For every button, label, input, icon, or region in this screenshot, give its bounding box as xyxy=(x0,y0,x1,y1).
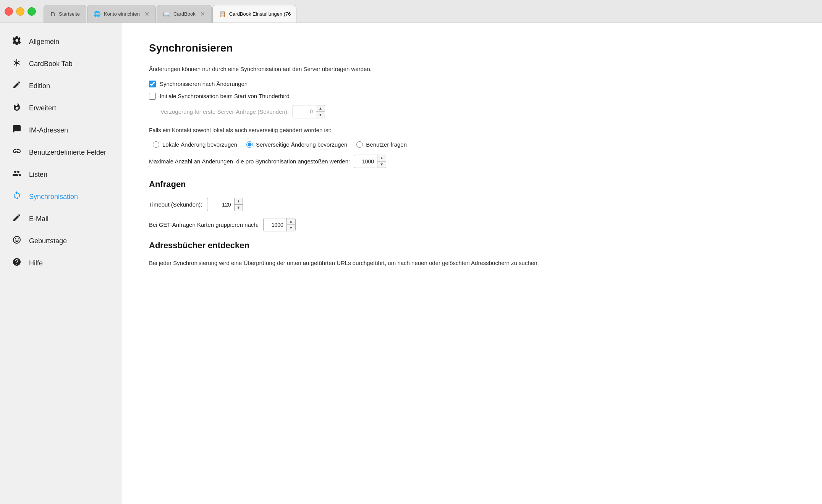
tab-bar: 🗋 Startseite 🌐 Konto einrichten ✕ 📖 Card… xyxy=(44,0,817,23)
get-group-increment[interactable]: ▲ xyxy=(287,218,295,225)
sidebar-item-label-erweitert: Erweitert xyxy=(29,104,56,112)
tab-icon-startseite: 🗋 xyxy=(50,11,56,17)
sidebar-item-label-cardbook-tab: CardBook Tab xyxy=(29,60,73,68)
sidebar-item-edition[interactable]: Edition xyxy=(0,75,122,97)
tab-icon-konto: 🌐 xyxy=(94,11,101,18)
radio-local[interactable]: Lokale Änderung bevorzugen xyxy=(153,141,237,148)
tab-icon-cardbook-settings: 📋 xyxy=(219,11,226,18)
sidebar: Allgemein CardBook Tab Edition Erweitert xyxy=(0,23,122,504)
minimize-button[interactable] xyxy=(16,7,24,16)
timeout-input[interactable] xyxy=(207,200,234,209)
delay-input-row: Verzögerung für erste Server-Anfrage (Se… xyxy=(160,105,795,118)
adressbucher-title: Adressbücher entdecken xyxy=(149,241,795,250)
max-changes-input[interactable] xyxy=(354,157,377,166)
delay-increment[interactable]: ▲ xyxy=(316,105,325,112)
sidebar-item-label-geburtstage: Geburtstage xyxy=(29,237,67,245)
max-changes-label: Maximale Anzahl an Änderungen, die pro S… xyxy=(149,158,350,165)
conflict-radio-group: Lokale Änderung bevorzugen Serverseitige… xyxy=(153,141,795,148)
radio-user-label: Benutzer fragen xyxy=(366,141,407,148)
sidebar-item-e-mail[interactable]: E-Mail xyxy=(0,208,122,230)
get-group-label: Bei GET-Anfragen Karten gruppieren nach: xyxy=(149,221,259,228)
delay-spinner-buttons: ▲ ▼ xyxy=(316,105,325,118)
gear-icon xyxy=(11,36,22,47)
sync-on-change-checkbox[interactable] xyxy=(149,81,156,87)
tab-cardbook[interactable]: 📖 CardBook ✕ xyxy=(157,5,212,23)
initial-sync-label: Initiale Synchronisation beim Start von … xyxy=(160,93,290,99)
radio-server[interactable]: Serverseitige Änderung bevorzugen xyxy=(246,141,347,148)
sidebar-item-label-e-mail: E-Mail xyxy=(29,215,49,223)
initial-sync-row: Initiale Synchronisation beim Start von … xyxy=(149,93,795,100)
sidebar-item-cardbook-tab[interactable]: CardBook Tab xyxy=(0,53,122,75)
tab-close-konto[interactable]: ✕ xyxy=(144,10,149,18)
tab-close-cardbook-settings[interactable]: ✕ xyxy=(296,10,296,18)
timeout-decrement[interactable]: ▼ xyxy=(235,205,243,211)
chat-icon xyxy=(11,124,22,136)
sync-icon xyxy=(11,191,22,202)
sync-on-change-row: Synchronisieren nach Änderungen xyxy=(149,81,795,87)
question-icon xyxy=(11,257,22,269)
timeout-spinner: ▲ ▼ xyxy=(207,198,243,211)
tab-cardbook-settings[interactable]: 📋 CardBook Einstellungen (76 ✕ xyxy=(212,5,296,23)
tab-close-cardbook[interactable]: ✕ xyxy=(200,10,205,18)
tab-konto[interactable]: 🌐 Konto einrichten ✕ xyxy=(87,5,156,23)
sidebar-item-benutzerdefinierte-felder[interactable]: Benutzerdefinierte Felder xyxy=(0,141,122,163)
radio-user-input[interactable] xyxy=(356,141,363,148)
tab-label-cardbook: CardBook xyxy=(173,11,196,17)
sidebar-item-label-benutzerdefinierte-felder: Benutzerdefinierte Felder xyxy=(29,149,106,157)
close-button[interactable] xyxy=(5,7,13,16)
radio-local-input[interactable] xyxy=(153,141,159,148)
radio-user[interactable]: Benutzer fragen xyxy=(356,141,407,148)
sync-on-change-label: Synchronisieren nach Änderungen xyxy=(160,81,248,87)
sidebar-item-allgemein[interactable]: Allgemein xyxy=(0,31,122,53)
delay-spinner: ▲ ▼ xyxy=(293,105,325,118)
max-changes-decrement[interactable]: ▼ xyxy=(377,162,386,168)
radio-server-input[interactable] xyxy=(246,141,253,148)
get-group-row: Bei GET-Anfragen Karten gruppieren nach:… xyxy=(149,218,795,231)
pencil-icon xyxy=(11,80,22,92)
timeout-spinner-buttons: ▲ ▼ xyxy=(234,198,243,211)
get-group-decrement[interactable]: ▼ xyxy=(287,225,295,231)
maximize-button[interactable] xyxy=(28,7,36,16)
sidebar-item-label-hilfe: Hilfe xyxy=(29,259,43,267)
sidebar-item-erweitert[interactable]: Erweitert xyxy=(0,97,122,119)
tab-icon-cardbook: 📖 xyxy=(163,11,170,18)
delay-row: Verzögerung für erste Server-Anfrage (Se… xyxy=(160,105,795,118)
tab-label-cardbook-settings: CardBook Einstellungen (76 xyxy=(229,11,291,17)
sidebar-item-im-adressen[interactable]: IM-Adressen xyxy=(0,119,122,141)
sidebar-item-synchronisation[interactable]: Synchronisation xyxy=(0,186,122,208)
max-changes-increment[interactable]: ▲ xyxy=(377,155,386,162)
delay-label: Verzögerung für erste Server-Anfrage (Se… xyxy=(160,108,289,115)
sidebar-item-listen[interactable]: Listen xyxy=(0,163,122,186)
get-group-spinner: ▲ ▼ xyxy=(263,218,296,231)
get-group-spinner-buttons: ▲ ▼ xyxy=(286,218,295,231)
fire-icon xyxy=(11,102,22,114)
get-group-input[interactable] xyxy=(264,220,286,229)
radio-local-label: Lokale Änderung bevorzugen xyxy=(162,141,237,148)
tab-startseite[interactable]: 🗋 Startseite xyxy=(44,5,86,23)
sidebar-item-label-synchronisation: Synchronisation xyxy=(29,193,78,201)
delay-input[interactable] xyxy=(293,107,316,116)
radio-server-label: Serverseitige Änderung bevorzugen xyxy=(256,141,347,148)
main-content: Synchronisieren Änderungen können nur du… xyxy=(122,23,822,504)
traffic-lights xyxy=(5,7,36,16)
sidebar-item-hilfe[interactable]: Hilfe xyxy=(0,252,122,274)
sidebar-item-label-edition: Edition xyxy=(29,82,50,90)
timeout-label: Timeout (Sekunden): xyxy=(149,201,202,208)
asterisk-icon xyxy=(11,58,22,69)
max-changes-spinner-buttons: ▲ ▼ xyxy=(377,155,386,168)
anfragen-title: Anfragen xyxy=(149,179,795,189)
timeout-increment[interactable]: ▲ xyxy=(235,198,243,205)
timeout-row: Timeout (Sekunden): ▲ ▼ xyxy=(149,198,795,211)
delay-decrement[interactable]: ▼ xyxy=(316,112,325,118)
link-icon xyxy=(11,147,22,158)
adressbucher-description: Bei jeder Synchronisierung wird eine Übe… xyxy=(149,259,795,268)
sidebar-item-label-allgemein: Allgemein xyxy=(29,38,59,46)
sidebar-item-geburtstage[interactable]: Geburtstage xyxy=(0,230,122,252)
person-group-icon xyxy=(11,169,22,180)
initial-sync-checkbox[interactable] xyxy=(149,93,156,100)
sidebar-item-label-listen: Listen xyxy=(29,171,47,179)
tab-label-startseite: Startseite xyxy=(59,11,80,17)
sync-description: Änderungen können nur durch eine Synchro… xyxy=(149,65,795,74)
max-changes-spinner: ▲ ▼ xyxy=(354,155,386,168)
browser-chrome: 🗋 Startseite 🌐 Konto einrichten ✕ 📖 Card… xyxy=(0,0,822,23)
